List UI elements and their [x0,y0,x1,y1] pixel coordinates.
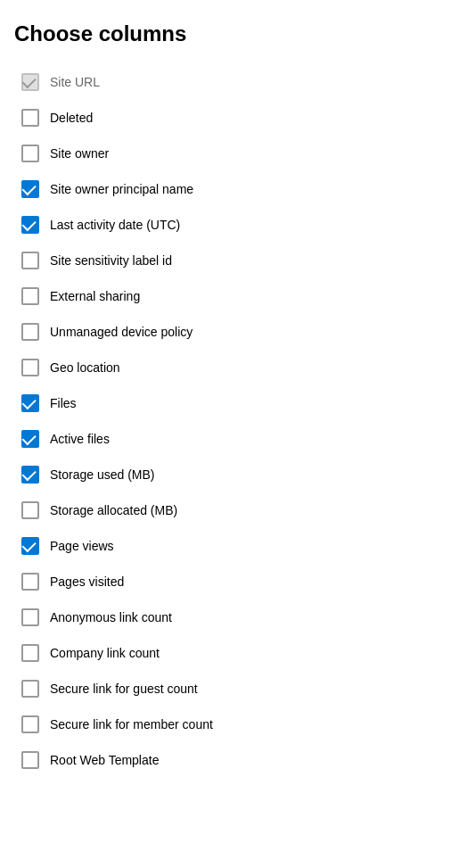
column-item-site-sensitivity-label-id[interactable]: Site sensitivity label id [14,243,437,278]
column-item-site-owner-principal-name[interactable]: Site owner principal name [14,171,437,207]
checkbox-site-owner[interactable] [21,145,39,162]
column-item-anonymous-link-count[interactable]: Anonymous link count [14,599,437,635]
label-geo-location: Geo location [50,360,120,375]
label-storage-used: Storage used (MB) [50,467,155,482]
checkbox-deleted[interactable] [21,109,39,127]
label-pages-visited: Pages visited [50,575,124,589]
checkbox-site-sensitivity-label-id[interactable] [21,252,39,269]
label-secure-link-guest-count: Secure link for guest count [50,682,198,696]
label-deleted: Deleted [50,111,93,125]
checkbox-pages-visited[interactable] [21,573,39,591]
checkbox-unmanaged-device-policy[interactable] [21,323,39,341]
label-anonymous-link-count: Anonymous link count [50,610,172,624]
checkbox-secure-link-guest-count[interactable] [21,680,39,698]
label-page-views: Page views [50,539,114,553]
checkbox-anonymous-link-count[interactable] [21,608,39,626]
column-item-external-sharing[interactable]: External sharing [14,278,437,314]
checkbox-site-url[interactable] [21,73,39,91]
checkbox-geo-location[interactable] [21,359,39,376]
column-list: Site URLDeletedSite ownerSite owner prin… [14,64,437,778]
label-files: Files [50,396,77,410]
checkbox-files[interactable] [21,394,39,412]
label-site-sensitivity-label-id: Site sensitivity label id [50,253,172,268]
column-item-deleted[interactable]: Deleted [14,100,437,136]
label-unmanaged-device-policy: Unmanaged device policy [50,325,193,339]
column-item-page-views[interactable]: Page views [14,528,437,564]
column-item-storage-allocated[interactable]: Storage allocated (MB) [14,492,437,528]
label-storage-allocated: Storage allocated (MB) [50,503,177,517]
column-item-secure-link-member-count[interactable]: Secure link for member count [14,707,437,742]
checkbox-site-owner-principal-name[interactable] [21,180,39,198]
label-active-files: Active files [50,432,110,446]
column-item-geo-location[interactable]: Geo location [14,350,437,385]
checkbox-page-views[interactable] [21,537,39,555]
label-site-url: Site URL [50,75,100,89]
column-item-files[interactable]: Files [14,385,437,421]
column-item-secure-link-guest-count[interactable]: Secure link for guest count [14,671,437,707]
checkbox-last-activity-date[interactable] [21,216,39,234]
checkbox-external-sharing[interactable] [21,287,39,305]
label-secure-link-member-count: Secure link for member count [50,717,213,732]
checkbox-company-link-count[interactable] [21,644,39,662]
column-item-site-url[interactable]: Site URL [14,64,437,100]
label-company-link-count: Company link count [50,646,160,660]
checkbox-secure-link-member-count[interactable] [21,715,39,733]
column-item-site-owner[interactable]: Site owner [14,136,437,171]
column-item-active-files[interactable]: Active files [14,421,437,457]
checkbox-storage-used[interactable] [21,466,39,484]
label-site-owner-principal-name: Site owner principal name [50,182,193,196]
label-site-owner: Site owner [50,146,109,161]
column-item-last-activity-date[interactable]: Last activity date (UTC) [14,207,437,243]
label-external-sharing: External sharing [50,289,140,303]
page-title: Choose columns [14,21,437,46]
column-item-storage-used[interactable]: Storage used (MB) [14,457,437,492]
label-root-web-template: Root Web Template [50,753,159,767]
checkbox-storage-allocated[interactable] [21,501,39,519]
checkbox-active-files[interactable] [21,430,39,448]
label-last-activity-date: Last activity date (UTC) [50,218,180,232]
column-item-unmanaged-device-policy[interactable]: Unmanaged device policy [14,314,437,350]
column-item-root-web-template[interactable]: Root Web Template [14,742,437,778]
column-item-company-link-count[interactable]: Company link count [14,635,437,671]
column-item-pages-visited[interactable]: Pages visited [14,564,437,599]
checkbox-root-web-template[interactable] [21,751,39,769]
